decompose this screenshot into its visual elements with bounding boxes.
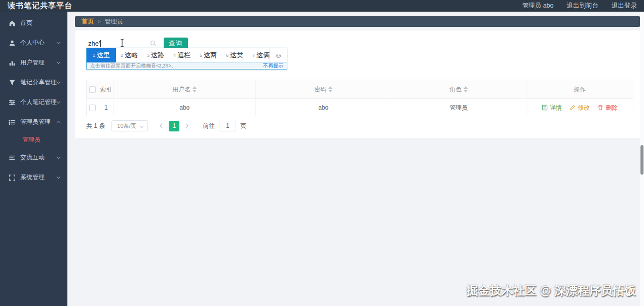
- sidebar: 首页 个人中心 用户管理 笔记分享管理: [0, 12, 67, 306]
- ime-dismiss-link[interactable]: 不再提示: [263, 62, 283, 70]
- sort-control[interactable]: [328, 86, 332, 92]
- current-user-label: 管理员 abo: [522, 2, 554, 10]
- home-icon: [9, 20, 16, 27]
- ime-candidate-2[interactable]: 2这略: [116, 48, 142, 62]
- pagination: 共 1 条 10条/页 1 前往 页: [86, 120, 628, 132]
- sidebar-item-system-management[interactable]: 系统管理: [0, 167, 67, 187]
- row-actions: 详情 修改 删除: [542, 104, 618, 112]
- detail-button[interactable]: 详情: [542, 104, 562, 112]
- chevron-up-icon: [56, 120, 61, 124]
- table-row[interactable]: 1 abo abo 管理员 详情 修改: [87, 98, 633, 116]
- pagination-total: 共 1 条: [86, 122, 105, 130]
- ime-candidate-3[interactable]: 3这路: [142, 48, 169, 62]
- trash-icon: [597, 105, 603, 111]
- sort-control[interactable]: [464, 86, 468, 92]
- ibeam-cursor-icon: [120, 39, 125, 47]
- breadcrumb-home-link[interactable]: 首页: [82, 17, 94, 26]
- detail-icon: [542, 105, 548, 111]
- breadcrumb: 首页 > 管理员: [75, 16, 640, 27]
- page-unit-label: 页: [240, 122, 246, 130]
- column-header-actions: 操作: [526, 80, 633, 98]
- sliders-icon: [9, 99, 16, 106]
- sidebar-item-personal-note-management[interactable]: 个人笔记管理: [0, 92, 67, 112]
- chevron-down-icon: [56, 60, 61, 65]
- ime-candidate-1[interactable]: 1这里: [87, 48, 116, 62]
- brackets-icon: [9, 174, 16, 181]
- emoji-picker-icon[interactable]: ☺: [270, 48, 287, 62]
- column-header-index: 索引: [99, 80, 113, 98]
- ime-candidate-4[interactable]: 4遮栏: [169, 48, 195, 62]
- chevron-down-icon: [56, 155, 61, 160]
- text-caret: [100, 40, 101, 47]
- chevron-down-icon: [56, 80, 61, 85]
- next-page-button[interactable]: [182, 121, 192, 130]
- sidebar-item-label: 首页: [20, 19, 32, 27]
- table-header-row: 索引 用户名 密码 角色 操作: [87, 80, 633, 98]
- row-select-cell: [87, 99, 99, 116]
- chevron-down-icon: [56, 175, 61, 180]
- sidebar-item-label: 笔记分享管理: [20, 78, 57, 87]
- logout-link[interactable]: 退出登录: [612, 2, 637, 10]
- sidebar-item-label: 用户管理: [20, 58, 45, 67]
- bar-chart-icon: [9, 59, 16, 66]
- sidebar-item-label: 管理员管理: [20, 118, 51, 126]
- page-size-select[interactable]: 10条/页: [111, 120, 148, 131]
- ime-candidate-5[interactable]: 5这两: [195, 48, 221, 62]
- cell-role: 管理员: [391, 99, 527, 116]
- ime-tip-bar: 点击前往设置页面开启模糊音<z,zh>。 不再提示: [87, 62, 287, 69]
- search-icon: [150, 40, 157, 47]
- ime-candidate-strip: 1这里 2这略 3这路 4遮栏 5这两 6这类 7这俩 8折: [87, 48, 270, 62]
- sidebar-subitem-admin-active[interactable]: 管理员: [0, 132, 67, 148]
- sidebar-item-label: 个人笔记管理: [20, 98, 57, 107]
- goto-page-input[interactable]: [219, 121, 236, 131]
- column-header-username[interactable]: 用户名: [113, 80, 256, 98]
- sort-control[interactable]: [193, 86, 197, 92]
- content-card: zhe' 查询 1这里 2这略 3这路 4遮栏 5这两 6这类 7这俩 8折: [75, 30, 640, 138]
- select-all-checkbox[interactable]: [89, 86, 96, 93]
- ime-panel: 1这里 2这略 3这路 4遮栏 5这两 6这类 7这俩 8折 ☺ 点击前往设置页…: [86, 48, 287, 70]
- cell-index: 1: [99, 99, 113, 116]
- sidebar-item-personal-center[interactable]: 个人中心: [0, 33, 67, 53]
- sidebar-item-admin-management[interactable]: 管理员管理: [0, 112, 67, 132]
- select-all-cell: [87, 80, 99, 98]
- chat-list-icon: [9, 154, 16, 161]
- top-header: 读书笔记共享平台 管理员 abo 退出到前台 退出登录: [0, 0, 644, 12]
- sidebar-item-note-share-management[interactable]: 笔记分享管理: [0, 73, 67, 92]
- sidebar-item-label: 系统管理: [20, 173, 45, 182]
- cell-password: abo: [256, 99, 391, 116]
- watermark-text: 掘金技术社区 @ 深漂程序员悟饭: [467, 283, 636, 298]
- exit-to-front-link[interactable]: 退出到前台: [567, 2, 599, 10]
- edit-icon: [570, 105, 576, 111]
- sidebar-item-label: 个人中心: [20, 39, 45, 47]
- scrollbar-thumb[interactable]: [640, 145, 643, 175]
- cell-actions: 详情 修改 删除: [526, 99, 633, 116]
- edit-button[interactable]: 修改: [570, 104, 590, 112]
- column-header-password[interactable]: 密码: [256, 80, 391, 98]
- admin-table: 索引 用户名 密码 角色 操作 1 abo abo 管理员 详情: [86, 80, 633, 116]
- scrollbar-track[interactable]: [640, 12, 644, 306]
- chevron-down-icon: [56, 41, 61, 45]
- app-window: 读书笔记共享平台 管理员 abo 退出到前台 退出登录 首页 个人中心: [0, 0, 644, 306]
- chevron-down-icon: [140, 125, 144, 129]
- sidebar-item-label: 交流互动: [20, 153, 45, 162]
- prev-page-button[interactable]: [157, 121, 166, 130]
- ime-tip-text: 点击前往设置页面开启模糊音<z,zh>。: [90, 62, 176, 70]
- sidebar-item-home[interactable]: 首页: [0, 13, 67, 33]
- menu-icon: [9, 119, 16, 126]
- column-header-role[interactable]: 角色: [391, 80, 527, 98]
- ime-candidate-6[interactable]: 6这类: [221, 48, 248, 62]
- sidebar-item-interaction[interactable]: 交流互动: [0, 148, 67, 167]
- breadcrumb-separator: >: [98, 19, 101, 24]
- ime-composition-text: zhe': [88, 40, 101, 47]
- row-checkbox[interactable]: [89, 105, 96, 111]
- sidebar-item-user-management[interactable]: 用户管理: [0, 53, 67, 73]
- user-icon: [9, 40, 16, 47]
- cell-username: abo: [113, 99, 256, 116]
- header-right: 管理员 abo 退出到前台 退出登录: [522, 0, 637, 12]
- current-page-button[interactable]: 1: [169, 121, 179, 131]
- delete-button[interactable]: 删除: [597, 104, 618, 112]
- chevron-down-icon: [56, 100, 61, 105]
- app-title: 读书笔记共享平台: [8, 1, 72, 11]
- ime-candidate-7[interactable]: 7这俩: [248, 48, 270, 62]
- ime-candidate-row: 1这里 2这略 3这路 4遮栏 5这两 6这类 7这俩 8折 ☺: [87, 48, 287, 62]
